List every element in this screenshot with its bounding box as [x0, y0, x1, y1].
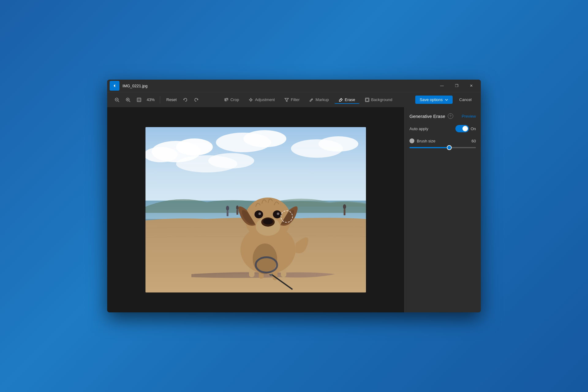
- back-button[interactable]: [110, 81, 119, 91]
- adjustment-tool[interactable]: Adjustment: [244, 96, 279, 104]
- right-panel: Generative Erase ? Preview Auto apply On…: [404, 107, 481, 312]
- slider-track: [409, 147, 476, 148]
- brush-size-value: 60: [472, 139, 476, 143]
- svg-line-1: [118, 101, 119, 102]
- svg-rect-36: [344, 209, 345, 215]
- panel-header: Generative Erase ? Preview: [409, 113, 476, 119]
- image-container: [145, 127, 366, 292]
- crop-tool[interactable]: Crop: [220, 96, 243, 104]
- svg-line-17: [340, 99, 341, 100]
- slider-thumb[interactable]: [447, 145, 452, 150]
- toolbar-left: 43% Reset: [112, 95, 201, 105]
- toolbar: 43% Reset: [107, 92, 481, 107]
- redo-button[interactable]: [191, 95, 201, 105]
- svg-point-52: [258, 213, 261, 215]
- erase-tool-label: Erase: [345, 97, 355, 102]
- brush-size-slider[interactable]: [409, 147, 476, 148]
- svg-point-10: [250, 99, 252, 101]
- brush-size-label: Brush size: [417, 139, 472, 143]
- save-options-button[interactable]: Save options: [415, 96, 452, 104]
- erase-tool[interactable]: Erase: [334, 96, 360, 104]
- zoom-in-button[interactable]: [123, 95, 133, 105]
- panel-title: Generative Erase: [409, 114, 445, 119]
- preview-button[interactable]: Preview: [462, 114, 476, 119]
- toggle-thumb: [462, 126, 468, 131]
- slider-fill: [409, 147, 449, 148]
- filter-tool[interactable]: Filter: [280, 96, 304, 104]
- photo-canvas: [145, 127, 366, 292]
- toggle-state-label: On: [471, 126, 476, 131]
- toolbar-tools: Crop Adjustment Filter: [202, 96, 414, 104]
- window-controls: — ❐ ✕: [435, 81, 478, 91]
- svg-point-35: [343, 204, 346, 209]
- svg-point-22: [176, 138, 213, 156]
- svg-point-23: [145, 147, 178, 162]
- svg-line-16: [311, 99, 312, 100]
- svg-rect-7: [137, 98, 141, 102]
- brush-size-icon: [409, 138, 414, 143]
- undo-button[interactable]: [180, 95, 190, 105]
- markup-tool-label: Markup: [315, 97, 329, 102]
- save-options-label: Save options: [420, 97, 443, 102]
- maximize-button[interactable]: ❐: [450, 81, 464, 91]
- auto-apply-label: Auto apply: [409, 126, 455, 131]
- minimize-button[interactable]: —: [435, 81, 449, 91]
- close-button[interactable]: ✕: [464, 81, 478, 91]
- canvas-area[interactable]: [107, 107, 404, 312]
- filter-tool-label: Filter: [291, 97, 300, 102]
- zoom-out-button[interactable]: [112, 95, 122, 105]
- svg-point-29: [208, 153, 254, 168]
- background-tool-label: Background: [371, 97, 392, 102]
- brush-size-row: Brush size 60: [409, 138, 476, 143]
- svg-point-27: [318, 136, 358, 152]
- background-tool[interactable]: Background: [361, 96, 397, 104]
- svg-rect-19: [366, 99, 368, 101]
- help-icon[interactable]: ?: [448, 113, 453, 119]
- svg-line-4: [129, 101, 130, 102]
- svg-marker-15: [285, 98, 288, 102]
- filename-label: IMG_0221.jpg: [123, 84, 435, 88]
- cancel-button[interactable]: Cancel: [455, 96, 476, 104]
- toolbar-right: Save options Cancel: [415, 96, 476, 104]
- reset-button[interactable]: Reset: [164, 96, 179, 103]
- crop-tool-label: Crop: [230, 97, 239, 102]
- app-window: IMG_0221.jpg — ❐ ✕: [107, 80, 481, 312]
- auto-apply-row: Auto apply On: [409, 125, 476, 132]
- title-bar: IMG_0221.jpg — ❐ ✕: [107, 80, 481, 92]
- main-area: Generative Erase ? Preview Auto apply On…: [107, 107, 481, 312]
- zoom-level: 43%: [145, 97, 156, 102]
- adjustment-tool-label: Adjustment: [255, 97, 275, 102]
- markup-tool[interactable]: Markup: [305, 96, 333, 104]
- svg-rect-32: [227, 211, 228, 216]
- svg-point-33: [236, 205, 239, 210]
- toolbar-divider: [160, 96, 160, 104]
- svg-point-25: [243, 130, 286, 147]
- auto-apply-toggle[interactable]: [455, 125, 469, 132]
- svg-rect-34: [236, 210, 238, 215]
- svg-point-49: [263, 218, 273, 224]
- svg-point-53: [277, 213, 279, 215]
- svg-point-31: [226, 206, 229, 211]
- fit-to-window-button[interactable]: [134, 95, 144, 105]
